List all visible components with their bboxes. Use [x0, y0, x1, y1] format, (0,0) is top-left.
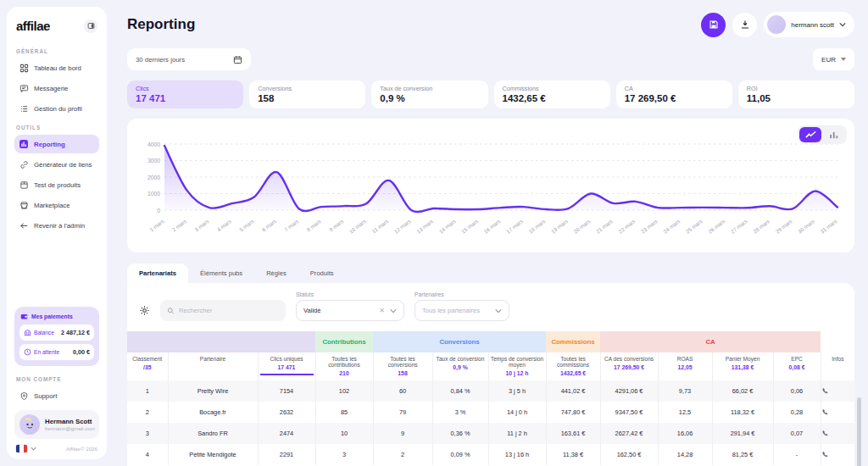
tab-règles[interactable]: Règles: [254, 264, 298, 283]
table-cell: 0,36 %: [432, 423, 488, 444]
table-cell: 16,06: [658, 423, 712, 444]
svg-text:22 mars: 22 mars: [617, 218, 636, 235]
column-header-panier-moyen[interactable]: Panier Moyen131,38 €: [712, 352, 773, 380]
sidebar-collapse-icon[interactable]: [84, 19, 97, 33]
column-header-clics-uniques[interactable]: Clics uniques17 471: [258, 352, 315, 380]
column-label: Infos: [832, 356, 843, 362]
kpi-card-clics[interactable]: Clics 17 471: [127, 80, 243, 108]
kpi-value: 158: [258, 93, 357, 103]
column-header-epc[interactable]: EPC0,08 €: [773, 352, 821, 380]
chart-card: 010002000300040001 mars2 mars3 mars4 mar…: [127, 119, 854, 252]
column-header-toutes-les-contributions[interactable]: Toutes les contributions210: [315, 352, 373, 380]
support-label: Support: [34, 392, 57, 400]
main-content: Reporting hermann scott 30 derniers jour…: [127, 0, 854, 466]
sidebar-item-g-n-rateur-de-liens[interactable]: Générateur de liens: [14, 155, 99, 174]
column-header-temps-de-conversion-moyen[interactable]: Temps de conversion moyen10 j 12 h: [488, 352, 546, 380]
column-header-toutes-les-commissions[interactable]: Toutes les commissions1432,65 €: [546, 352, 600, 380]
sidebar-item-marketplace[interactable]: Marketplace: [14, 196, 99, 214]
table-scrollbar[interactable]: [857, 397, 861, 466]
tab-produits[interactable]: Produits: [298, 264, 346, 283]
gear-icon[interactable]: [139, 305, 150, 316]
phone-icon[interactable]: [821, 387, 855, 395]
currency-selector[interactable]: EUR: [813, 48, 854, 70]
column-header-toutes-les-conversions[interactable]: Toutes les conversions158: [373, 352, 432, 380]
partners-filter-select[interactable]: Tous les partenaires: [415, 300, 509, 321]
svg-text:7 mars: 7 mars: [283, 218, 299, 232]
line-chart-toggle[interactable]: [799, 127, 821, 142]
column-header-ca-des-conversions[interactable]: CA des conversions17 269,50 €: [600, 352, 658, 380]
clear-status-icon[interactable]: ✕: [379, 307, 385, 314]
table-cell: 3 j 5 h: [488, 380, 546, 402]
table-cell: 9,73: [658, 380, 712, 402]
kpi-label: Commissions: [503, 85, 602, 92]
chevron-down-icon: [31, 447, 36, 451]
svg-text:0: 0: [157, 208, 160, 214]
column-total: 210: [318, 370, 371, 380]
language-selector[interactable]: [16, 445, 36, 452]
save-report-button[interactable]: [701, 13, 726, 37]
column-label: ROAS: [677, 356, 693, 362]
status-filter-select[interactable]: Validé ✕: [296, 300, 404, 321]
app-logo: affilae: [16, 19, 50, 33]
bar-chart-toggle[interactable]: [823, 127, 845, 142]
svg-text:21 mars: 21 mars: [595, 218, 614, 235]
table-cell: 9: [373, 423, 432, 444]
search-icon: [167, 307, 175, 315]
download-button[interactable]: [732, 13, 757, 37]
column-header-roas[interactable]: ROAS12,05: [658, 352, 712, 380]
arrow-left-icon: [19, 220, 29, 230]
report-icon: [19, 139, 29, 149]
column-header-partenaire[interactable]: Partenaire: [168, 352, 258, 380]
sidebar-item-label: Messagerie: [34, 85, 68, 92]
wallet-icon: [20, 313, 28, 320]
kpi-label: Conversions: [258, 85, 357, 92]
calendar-icon: [233, 55, 242, 64]
kpi-card-conversions[interactable]: Conversions 158: [249, 80, 365, 108]
svg-text:16 mars: 16 mars: [482, 218, 501, 235]
kpi-card-commissions[interactable]: Commissions 1432,65 €: [494, 80, 610, 108]
pending-row: En attente 0,00 €: [19, 344, 94, 360]
balance-label: Balance: [34, 330, 58, 336]
status-filter-label: Statuts: [296, 291, 404, 297]
phone-icon[interactable]: [821, 408, 855, 416]
table-cell: 10: [315, 423, 373, 444]
tab-éléments-pubs[interactable]: Éléments pubs: [188, 264, 254, 283]
column-header-taux-de-conversion[interactable]: Taux de conversion0,9 %: [432, 352, 488, 380]
table-cell: Bocage.fr: [168, 402, 258, 423]
table-cell: 12,5: [658, 402, 712, 423]
table-cell: 85: [315, 402, 373, 423]
sidebar-item-test-de-produits[interactable]: Test de produits: [14, 175, 99, 194]
table-cell: 2474: [258, 423, 315, 444]
column-total: /35: [129, 364, 166, 374]
sidebar-item-tableau-de-bord[interactable]: Tableau de bord: [14, 58, 99, 77]
phone-icon[interactable]: [821, 451, 855, 458]
column-header-classement[interactable]: Classement/35: [127, 352, 168, 380]
search-input[interactable]: [179, 307, 279, 314]
group-header-blank: [127, 331, 315, 352]
chevron-down-icon: [839, 22, 846, 27]
sidebar-item-label: Reporting: [34, 141, 65, 148]
table-cell: 0,09 %: [432, 444, 488, 465]
chat-icon: [19, 83, 29, 93]
phone-icon[interactable]: [821, 430, 855, 437]
column-header-infos[interactable]: Infos: [821, 352, 854, 380]
user-card[interactable]: Hermann Scott hermann@gmail.com: [14, 410, 99, 439]
sidebar-item-support[interactable]: Support: [14, 386, 99, 405]
svg-text:28 mars: 28 mars: [752, 218, 771, 235]
sidebar-item-revenir-l-admin[interactable]: Revenir à l'admin: [14, 216, 99, 235]
table-cell: -: [773, 444, 821, 465]
kpi-card-roi[interactable]: ROI 11,05: [738, 80, 854, 108]
date-range-picker[interactable]: 30 derniers jours: [127, 48, 251, 70]
tab-partenariats[interactable]: Partenariats: [127, 264, 188, 283]
kpi-card-taux-de-conversion[interactable]: Taux de conversion 0,9 %: [371, 80, 487, 108]
table-cell: 0,07: [773, 423, 821, 444]
sidebar-item-gestion-du-profil[interactable]: Gestion du profil: [14, 99, 99, 118]
svg-text:2000: 2000: [147, 175, 160, 180]
header-user-menu[interactable]: hermann scott: [764, 12, 854, 37]
sidebar-item-label: Générateur de liens: [34, 161, 92, 169]
sidebar-item-reporting[interactable]: Reporting: [14, 135, 99, 153]
kpi-card-ca[interactable]: CA 17 269,50 €: [616, 80, 732, 108]
partners-filter-label: Partenaires: [415, 291, 509, 297]
grid-icon: [19, 63, 29, 73]
sidebar-item-messagerie[interactable]: Messagerie: [14, 79, 99, 97]
